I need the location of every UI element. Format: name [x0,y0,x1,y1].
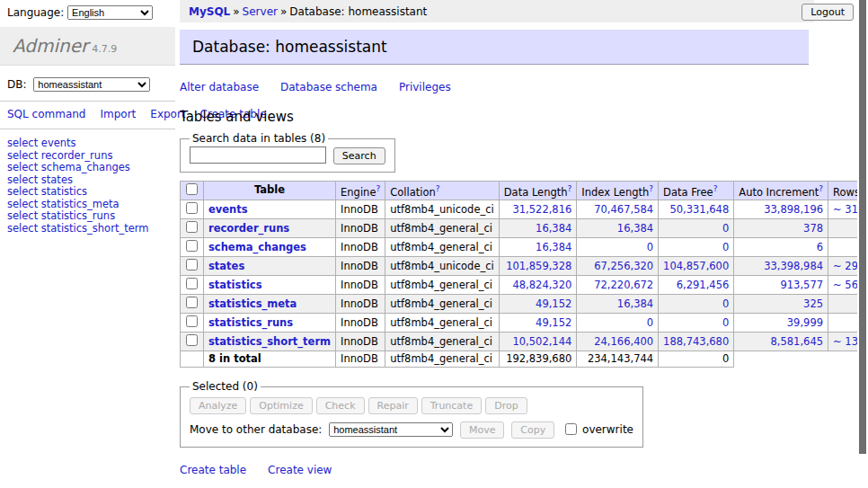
sidebar-select-link[interactable]: select states [7,174,168,186]
logout-button[interactable]: Logout [802,4,854,21]
adminer-version[interactable]: 4.7.9 [92,43,117,55]
collation-cell: utf8mb4_general_ci [385,333,500,351]
move-db-select[interactable]: homeassistant [329,422,453,437]
sidebar-select-link[interactable]: select schema_changes [7,162,168,173]
table-name-link[interactable]: statistics_meta [208,297,297,310]
auto-increment-cell: 39,999 [734,314,828,333]
database-link[interactable]: Privileges [399,81,451,93]
row-checkbox[interactable] [186,202,198,214]
help-link[interactable]: ? [819,184,823,193]
row-checkbox[interactable] [186,297,198,308]
copy-button[interactable]: Copy [511,421,554,439]
sidebar-select-link[interactable]: select events [7,138,168,149]
help-link[interactable]: ? [713,184,718,193]
collation-cell: utf8mb4_general_ci [385,276,500,295]
database-link[interactable]: Alter database [180,81,259,93]
search-button[interactable]: Search [333,147,385,164]
auto-increment-cell: 33,898,196 [734,200,828,219]
auto-increment-cell: 378 [734,219,828,238]
help-link[interactable]: ? [649,184,653,193]
search-input[interactable] [190,146,326,164]
drop-button[interactable]: Drop [485,397,527,414]
tables-heading: Tables and views [180,109,814,125]
collation-cell: utf8mb4_general_ci [385,295,500,314]
select-all-checkbox[interactable] [186,183,198,195]
total-index-length-cell: 234,143,744 [577,351,659,368]
row-checkbox[interactable] [186,259,198,271]
check-button[interactable]: Check [316,397,365,414]
db-label: DB: [7,78,27,91]
engine-cell: InnoDB [336,219,385,238]
overwrite-checkbox[interactable] [565,423,577,435]
index-length-cell: 70,467,584 [577,200,659,219]
help-link[interactable]: ? [376,184,380,193]
engine-cell: InnoDB [336,200,385,219]
row-checkbox[interactable] [186,334,198,346]
table-name-link[interactable]: recorder_runs [208,222,289,235]
sidebar: Language: English Adminer4.7.9 DB: homea… [0,0,175,243]
column-header-data-free: Data Free? [659,181,734,200]
sidebar-select-link[interactable]: select statistics_runs [7,210,168,222]
table-row: schema_changesInnoDButf8mb4_general_ci16… [181,238,868,257]
breadcrumb: MySQL»Server»Database: homeassistant [180,0,814,22]
help-link[interactable]: ? [436,184,440,193]
table-name-cell: events [204,200,336,219]
row-checkbox[interactable] [186,278,198,289]
data-free-cell: 6,291,456 [659,276,734,295]
index-length-cell: 0 [577,314,659,333]
table-name-link[interactable]: statistics [208,279,262,291]
overwrite-label[interactable]: overwrite [582,423,633,436]
index-length-cell: 16,384 [577,219,659,238]
sidebar-select-link[interactable]: select statistics [7,186,168,198]
move-button[interactable]: Move [460,421,505,439]
table-name-link[interactable]: schema_changes [208,241,306,253]
optimize-button[interactable]: Optimize [250,397,312,414]
data-free-cell: 104,857,600 [659,257,734,276]
sidebar-select-link[interactable]: select recorder_runs [7,150,168,162]
sidebar-select-link[interactable]: select statistics_short_term [7,223,168,235]
data-length-cell: 48,824,320 [499,276,577,295]
collation-cell: utf8mb4_unicode_ci [385,257,500,276]
index-length-cell: 16,384 [577,295,659,314]
selected-buttons-row: AnalyzeOptimizeCheckRepairTruncateDrop [190,397,633,414]
row-checkbox[interactable] [186,221,198,233]
table-row: eventsInnoDButf8mb4_unicode_ci31,522,816… [181,200,868,219]
analyze-button[interactable]: Analyze [190,397,246,414]
select-all-cell [181,181,204,200]
selected-fieldset: Selected (0) AnalyzeOptimizeCheckRepairT… [180,380,643,448]
table-name-link[interactable]: events [208,203,248,216]
create-link[interactable]: Create view [268,464,332,476]
help-link[interactable]: ? [568,184,572,193]
db-select[interactable]: homeassistant [33,77,150,92]
row-check-cell [181,219,204,238]
repair-button[interactable]: Repair [368,397,418,414]
scrollbar-thumb[interactable] [859,0,866,454]
table-name-cell: statistics_meta [204,295,336,314]
table-row: recorder_runsInnoDButf8mb4_general_ci16,… [181,219,868,238]
collation-cell: utf8mb4_general_ci [385,238,500,257]
tables-overview-table: TableEngine?Collation?Data Length?Index … [180,181,868,368]
scrollbar-track[interactable] [857,0,868,488]
database-link[interactable]: Database schema [280,81,377,93]
table-name-link[interactable]: statistics_short_term [208,335,331,348]
breadcrumb-link-mysql[interactable]: MySQL [189,5,230,18]
sidebar-action-link[interactable]: Import [100,108,136,120]
data-length-cell: 101,859,328 [499,257,577,276]
engine-cell: InnoDB [336,276,385,295]
table-header-row: TableEngine?Collation?Data Length?Index … [181,181,868,200]
truncate-button[interactable]: Truncate [421,397,482,414]
table-name-cell: statistics [204,276,336,295]
row-checkbox[interactable] [186,315,198,327]
row-checkbox[interactable] [186,240,198,252]
breadcrumb-link-server[interactable]: Server [243,5,278,18]
table-name-link[interactable]: states [208,260,244,272]
language-select[interactable]: English [67,5,153,20]
page-title: Database: homeassistant [180,30,809,65]
sidebar-select-link[interactable]: select statistics_meta [7,199,168,210]
row-check-cell [181,200,204,219]
create-link[interactable]: Create table [180,464,246,476]
adminer-logo[interactable]: Adminer [13,35,88,57]
data-free-cell: 0 [659,314,734,333]
table-name-link[interactable]: statistics_runs [208,316,293,329]
sidebar-action-link[interactable]: SQL command [7,108,85,120]
